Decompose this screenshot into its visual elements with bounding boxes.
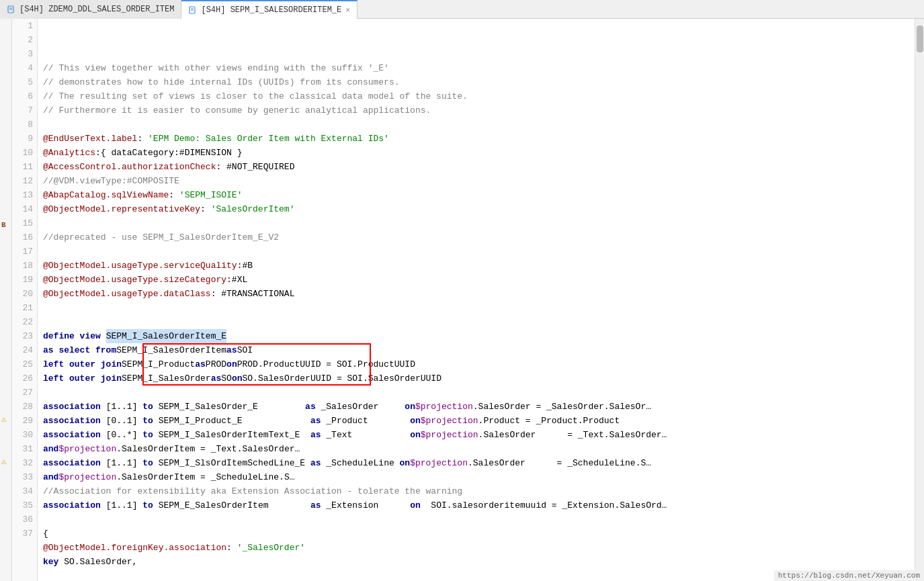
code-line-36: key SO.SalesOrder,: [43, 555, 915, 569]
line-number-31: 31: [13, 442, 33, 456]
line-number-8: 8: [13, 118, 33, 132]
code-line-13: //deprecated - use SEPM_I_SalesOrderItem…: [43, 230, 915, 244]
line-number-19: 19: [13, 273, 33, 287]
code-line-16: @ObjectModel.usageType.sizeCategory:#XL: [43, 273, 915, 287]
line-numbers: 1234567891011121314151617181920212223242…: [12, 19, 38, 581]
code-line-2: // demonstrates how to hide internal IDs…: [43, 75, 915, 89]
marker-warning-29: ⚠: [1, 414, 7, 424]
line-number-33: 33: [13, 470, 33, 484]
code-line-9: //@VDM.viewType:#COMPOSITE: [43, 174, 915, 188]
line-number-12: 12: [13, 174, 33, 188]
code-line-29: association [1..1] to SEPM_I_SlsOrdItemS…: [43, 456, 915, 470]
line-number-22: 22: [13, 315, 33, 329]
line-number-21: 21: [13, 301, 33, 315]
line-number-14: 14: [13, 202, 33, 216]
line-number-36: 36: [13, 512, 33, 527]
line-number-24: 24: [13, 343, 33, 357]
line-number-23: 23: [13, 329, 33, 343]
code-line-21: as select from SEPM_I_SalesOrderItem as …: [43, 343, 915, 357]
file-icon: [7, 5, 16, 14]
line-number-26: 26: [13, 371, 33, 386]
code-line-8: @AccessControl.authorizationCheck: #NOT_…: [43, 160, 915, 174]
code-line-31: //Association for extensibility aka Exte…: [43, 484, 915, 498]
code-line-34: {: [43, 527, 915, 541]
tab-bar: [S4H] ZDEMO_DDL_SALES_ORDER_ITEM [S4H] S…: [0, 0, 924, 19]
app-root: [S4H] ZDEMO_DDL_SALES_ORDER_ITEM [S4H] S…: [0, 0, 924, 581]
code-line-24: [43, 386, 915, 400]
tab2-label: [S4H] SEPM_I_SALESORDERITEM_E: [201, 5, 341, 15]
line-number-18: 18: [13, 259, 33, 273]
line-number-32: 32: [13, 456, 33, 470]
code-line-14: [43, 244, 915, 259]
code-line-33: [43, 512, 915, 527]
marker-b: B: [1, 221, 6, 229]
left-markers: B ⚠ ⚠: [0, 19, 12, 581]
code-line-35: @ObjectModel.foreignKey.association: '_S…: [43, 541, 915, 555]
line-number-20: 20: [13, 287, 33, 301]
tab-sepm[interactable]: [S4H] SEPM_I_SALESORDERITEM_E ✕: [181, 0, 357, 19]
code-line-11: @ObjectModel.representativeKey: 'SalesOr…: [43, 202, 915, 216]
code-line-19: [43, 315, 915, 329]
line-number-30: 30: [13, 428, 33, 442]
file-icon-active: [188, 5, 198, 15]
line-number-7: 7: [13, 103, 33, 118]
line-number-3: 3: [13, 47, 33, 61]
code-line-17: @ObjectModel.usageType.dataClass: #TRANS…: [43, 287, 915, 301]
status-url: https://blog.csdn.net/Xeyuan.com: [778, 572, 920, 580]
marker-warning-32: ⚠: [1, 456, 7, 467]
code-line-3: // The resulting set of views is closer …: [43, 89, 915, 103]
code-line-4: // Furthermore it is easier to consume b…: [43, 103, 915, 118]
line-number-11: 11: [13, 160, 33, 174]
status-bar: https://blog.csdn.net/Xeyuan.com: [774, 570, 924, 581]
code-line-20: define view SEPM_I_SalesOrderItem_E: [43, 329, 915, 343]
line-number-27: 27: [13, 386, 33, 400]
line-number-5: 5: [13, 75, 33, 89]
line-number-9: 9: [13, 132, 33, 146]
line-number-4: 4: [13, 61, 33, 75]
line-number-6: 6: [13, 89, 33, 103]
code-area[interactable]: // This view together with other views e…: [38, 19, 915, 581]
code-line-26: association [0..1] to SEPM_I_Product_E a…: [43, 414, 915, 428]
code-line-1: // This view together with other views e…: [43, 61, 915, 75]
line-number-17: 17: [13, 244, 33, 259]
code-line-25: association [1..1] to SEPM_I_SalesOrder_…: [43, 400, 915, 414]
line-number-34: 34: [13, 484, 33, 498]
line-number-37: 37: [13, 527, 33, 541]
code-line-22: left outer join SEPM_I_Product as PROD o…: [43, 357, 915, 371]
code-line-10: @AbapCatalog.sqlViewName: 'SEPM_ISOIE': [43, 188, 915, 202]
code-line-23: left outer join SEPM_I_SalesOrder as SO …: [43, 371, 915, 386]
code-line-28: and $projection.SalesOrderItem = _Text.S…: [43, 442, 915, 456]
code-line-5: [43, 118, 915, 132]
tab-zdemo[interactable]: [S4H] ZDEMO_DDL_SALES_ORDER_ITEM: [0, 0, 181, 19]
line-number-10: 10: [13, 146, 33, 160]
line-number-1: 1: [13, 19, 33, 33]
editor-area: B ⚠ ⚠ 1234567891011121314151617181920212…: [0, 19, 924, 581]
line-number-35: 35: [13, 498, 33, 512]
tab1-label: [S4H] ZDEMO_DDL_SALES_ORDER_ITEM: [19, 5, 174, 14]
code-line-18: [43, 301, 915, 315]
code-line-32: association [1..1] to SEPM_E_SalesOrderI…: [43, 498, 915, 512]
close-tab-button[interactable]: ✕: [345, 5, 350, 14]
line-number-29: 29: [13, 414, 33, 428]
code-line-7: @Analytics:{ dataCategory:#DIMENSION }: [43, 146, 915, 160]
line-number-13: 13: [13, 188, 33, 202]
code-line-6: @EndUserText.label: 'EPM Demo: Sales Ord…: [43, 132, 915, 146]
line-number-15: 15: [13, 216, 33, 230]
line-number-25: 25: [13, 357, 33, 371]
right-scrollbar[interactable]: [915, 19, 924, 581]
code-line-12: [43, 216, 915, 230]
line-number-2: 2: [13, 33, 33, 47]
code-line-30: and $projection.SalesOrderItem = _Schedu…: [43, 470, 915, 484]
code-line-15: @ObjectModel.usageType.serviceQuality:#B: [43, 259, 915, 273]
code-line-27: association [0..*] to SEPM_I_SalesOrderI…: [43, 428, 915, 442]
line-number-28: 28: [13, 400, 33, 414]
line-number-16: 16: [13, 230, 33, 244]
